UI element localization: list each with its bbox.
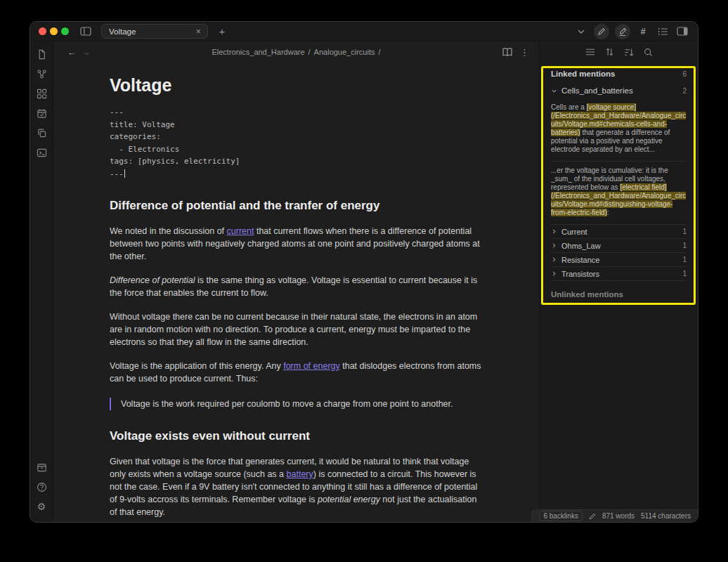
status-bar: 6 backlinks 871 words 5114 characters xyxy=(531,509,698,522)
close-window-button[interactable] xyxy=(39,27,46,35)
daily-note-icon[interactable] xyxy=(34,106,48,120)
backlinks-toolbar xyxy=(540,41,698,63)
tab-close-icon[interactable]: × xyxy=(194,27,202,36)
linked-mentions-count: 6 xyxy=(682,70,687,78)
frontmatter-line: title: Voltage xyxy=(110,119,482,131)
titlebar-right-controls: # xyxy=(568,24,689,39)
linked-mentions-panel: Linked mentions 6 Cells_and_batteries 2 … xyxy=(540,63,698,522)
more-options-icon[interactable]: ⋮ xyxy=(520,47,529,58)
mention-group-name: Resistance xyxy=(561,256,599,264)
mention-group-count: 1 xyxy=(682,270,687,277)
emphasis-text: potential energy xyxy=(318,495,380,504)
markdown-editor[interactable]: Voltage --- title: Voltage categories: -… xyxy=(53,63,539,522)
sidebar-right-toggle-icon[interactable] xyxy=(675,25,689,39)
left-ribbon: ⚙ xyxy=(30,41,53,522)
note-title: Voltage xyxy=(110,74,482,96)
internal-link-form-of-energy[interactable]: form of energy xyxy=(283,361,340,371)
frontmatter-line: categories: xyxy=(110,131,482,143)
desktop: Voltage × + # xyxy=(0,0,728,562)
frontmatter-line: --- xyxy=(110,168,482,181)
hash-icon[interactable]: # xyxy=(636,25,650,39)
linked-mentions-header[interactable]: Linked mentions 6 xyxy=(551,63,687,83)
settings-icon[interactable]: ⚙ xyxy=(34,499,48,514)
chevron-right-icon xyxy=(551,256,557,263)
frontmatter-line: - Electronics xyxy=(110,143,482,156)
highlighter-icon[interactable] xyxy=(615,24,630,39)
chevron-down-icon xyxy=(551,88,557,94)
backlink-excerpt[interactable]: Cells are a [voltage source](/Electronic… xyxy=(551,98,687,162)
search-icon[interactable] xyxy=(644,48,653,57)
mention-group-cells-and-batteries: Cells_and_batteries 2 Cells are a [volta… xyxy=(551,83,687,225)
text-cursor xyxy=(124,169,126,178)
mention-group-name: Transistors xyxy=(561,270,599,278)
section-heading: Difference of potential and the tranfer … xyxy=(110,198,482,214)
backlink-excerpt[interactable]: ...er the voltage is cumulative: it is t… xyxy=(551,162,687,225)
mention-group-header[interactable]: Cells_and_batteries 2 xyxy=(551,83,687,98)
app-window: Voltage × + # xyxy=(30,21,698,523)
paragraph: Voltage is the application of this energ… xyxy=(110,360,482,385)
new-tab-button[interactable]: + xyxy=(215,25,229,39)
canvas-icon[interactable] xyxy=(34,86,48,100)
paragraph: Without voltage there can be no current … xyxy=(110,311,482,348)
chevron-right-icon xyxy=(551,270,557,277)
mention-group-ohms-law[interactable]: Ohms_Law 1 xyxy=(551,239,687,253)
internal-link-battery[interactable]: battery xyxy=(287,469,313,479)
sort-order-icon[interactable] xyxy=(624,48,634,57)
mention-group-count: 1 xyxy=(682,256,687,263)
status-backlinks[interactable]: 6 backlinks xyxy=(539,511,582,521)
chevron-right-icon xyxy=(551,242,557,249)
tab-list-chevron-icon[interactable] xyxy=(574,25,588,39)
mention-group-name: Cells_and_batteries xyxy=(561,86,633,95)
mention-group-transistors[interactable]: Transistors 1 xyxy=(551,267,687,281)
minimize-window-button[interactable] xyxy=(50,27,58,35)
pen-icon[interactable] xyxy=(594,24,609,39)
chevron-right-icon xyxy=(551,228,557,235)
status-character-count: 5114 characters xyxy=(641,512,691,520)
frontmatter-line: tags: [physics, electricity] xyxy=(110,155,482,168)
breadcrumb-folder[interactable]: Analogue_circuits xyxy=(314,48,375,56)
terminal-icon[interactable] xyxy=(34,145,48,159)
vault-icon[interactable] xyxy=(34,460,48,474)
status-word-count: 871 words xyxy=(602,512,635,520)
breadcrumb-separator: / xyxy=(308,48,311,56)
zoom-window-button[interactable] xyxy=(61,27,69,35)
nav-back-button[interactable]: ← xyxy=(65,47,79,58)
paragraph: Difference of potential is the same thin… xyxy=(110,274,482,299)
linked-mentions-title: Linked mentions xyxy=(551,70,615,78)
mention-group-count: 2 xyxy=(682,87,687,95)
backlinks-list-icon[interactable] xyxy=(585,48,595,56)
reading-mode-icon[interactable] xyxy=(502,47,513,57)
unlinked-mentions-header[interactable]: Unlinked mentions xyxy=(551,281,687,308)
tab-title: Voltage xyxy=(109,27,194,36)
frontmatter-block: --- title: Voltage categories: - Electro… xyxy=(110,106,482,180)
mention-group-name: Current xyxy=(561,228,587,236)
frontmatter-line: --- xyxy=(110,106,482,119)
switcher-icon[interactable] xyxy=(34,47,48,61)
breadcrumb-folder[interactable]: Electronics_and_Hardware xyxy=(212,48,304,56)
mention-group-name: Ohms_Law xyxy=(561,242,601,250)
internal-link-current[interactable]: current xyxy=(227,226,254,236)
breadcrumb: Electronics_and_Hardware / Analogue_circ… xyxy=(53,48,539,56)
tab-voltage[interactable]: Voltage × xyxy=(101,24,208,39)
pencil-icon xyxy=(589,513,596,520)
help-icon[interactable] xyxy=(34,480,48,494)
expand-collapse-icon[interactable] xyxy=(605,47,614,57)
sidebar-left-toggle-icon[interactable] xyxy=(79,25,93,39)
mention-group-current[interactable]: Current 1 xyxy=(551,225,687,239)
emphasis-text: Difference of potential xyxy=(110,275,195,285)
traffic-lights xyxy=(39,27,69,35)
templates-icon[interactable] xyxy=(34,126,48,140)
mention-group-count: 1 xyxy=(682,228,687,235)
bullet-list-icon[interactable] xyxy=(656,25,670,39)
section-heading: Voltage exists even without current xyxy=(110,429,482,444)
editor-pane: ← → Electronics_and_Hardware / Analogue_… xyxy=(53,41,539,522)
mention-group-count: 1 xyxy=(682,242,687,249)
mention-group-resistance[interactable]: Resistance 1 xyxy=(551,253,687,267)
nav-forward-button[interactable]: → xyxy=(79,47,93,58)
backlinks-pane: Linked mentions 6 Cells_and_batteries 2 … xyxy=(539,41,698,522)
breadcrumb-separator: / xyxy=(378,48,380,56)
titlebar: Voltage × + # xyxy=(30,22,698,41)
paragraph: Given that voltage is the force that gen… xyxy=(110,455,482,518)
graph-view-icon[interactable] xyxy=(34,67,48,81)
blockquote: Voltage is the work required per coulomb… xyxy=(110,398,482,410)
